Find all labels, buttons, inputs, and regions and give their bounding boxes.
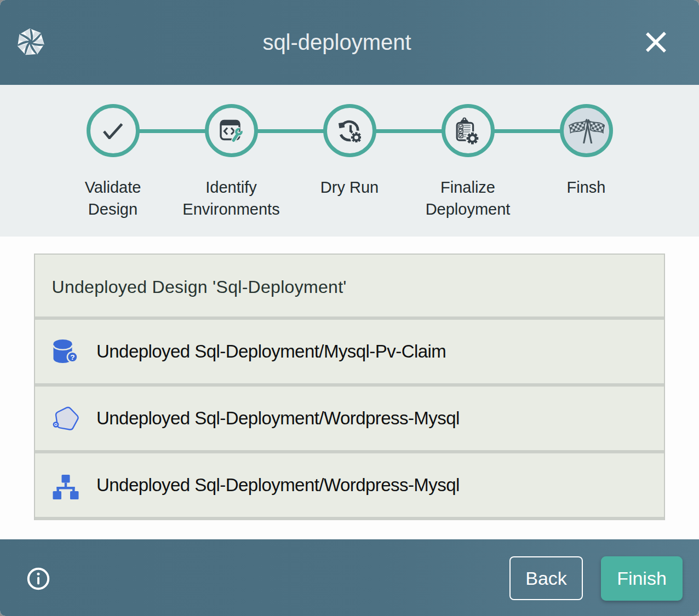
svg-text:?: ? [70,353,75,361]
